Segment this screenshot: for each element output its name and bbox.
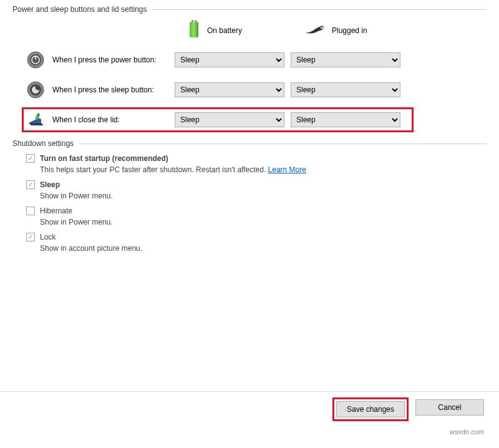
columns-header: On battery Plugged in [187, 20, 487, 41]
footer: Save changes Cancel [0, 391, 499, 419]
plug-icon [303, 24, 326, 37]
fast-startup-title: Turn on fast startup (recommended) [40, 154, 168, 163]
row-power-label: When I press the power button: [52, 56, 175, 64]
power-button-battery-select[interactable]: Sleep [175, 52, 284, 67]
row-power-button: When I press the power button: Sleep Sle… [12, 49, 487, 71]
row-lid-label: When I close the lid: [52, 115, 175, 124]
fast-startup-checkbox[interactable]: ✓ [26, 154, 35, 163]
hibernate-desc: Show in Power menu. [40, 218, 487, 226]
lid-battery-select[interactable]: Sleep [175, 112, 284, 127]
hibernate-checkbox[interactable] [26, 207, 35, 215]
row-close-lid: When I close the lid: Sleep Sleep [24, 109, 412, 130]
col-plugged-label: Plugged in [332, 26, 367, 35]
sleep-desc: Show in Power menu. [40, 192, 487, 200]
power-button-plugged-select[interactable]: Sleep [291, 52, 400, 67]
lock-item: ✓ Lock Show in account picture menu. [26, 233, 487, 253]
sleep-button-plugged-select[interactable]: Sleep [291, 82, 400, 97]
power-button-icon [26, 51, 45, 69]
col-battery-label: On battery [207, 26, 242, 35]
section-title-power: Power and sleep buttons and lid settings [12, 5, 487, 14]
row-sleep-label: When I press the sleep button: [52, 85, 175, 94]
hibernate-item: Hibernate Show in Power menu. [26, 207, 487, 226]
sleep-button-battery-select[interactable]: Sleep [175, 82, 284, 97]
sleep-item: ✓ Sleep Show in Power menu. [26, 180, 487, 200]
cancel-button[interactable]: Cancel [415, 399, 484, 416]
fast-startup-item: ✓ Turn on fast startup (recommended) Thi… [26, 154, 487, 174]
battery-icon [187, 20, 201, 41]
section-title-shutdown: Shutdown settings [12, 139, 487, 148]
lock-checkbox[interactable]: ✓ [26, 233, 35, 241]
sleep-title: Sleep [40, 180, 60, 189]
learn-more-link[interactable]: Learn More [268, 165, 306, 174]
lock-desc: Show in account picture menu. [40, 244, 487, 253]
watermark: wsxdn.com [450, 428, 484, 436]
fast-startup-desc: This helps start your PC faster after sh… [40, 165, 487, 174]
lid-plugged-select[interactable]: Sleep [291, 112, 400, 127]
lid-icon [26, 110, 45, 129]
row-sleep-button: When I press the sleep button: Sleep Sle… [12, 79, 487, 100]
hibernate-title: Hibernate [40, 207, 72, 215]
lock-title: Lock [40, 233, 56, 241]
sleep-button-icon [26, 80, 45, 99]
svg-rect-0 [191, 20, 193, 22]
svg-rect-1 [195, 20, 196, 22]
sleep-checkbox[interactable]: ✓ [26, 180, 35, 189]
svg-rect-2 [190, 22, 198, 37]
svg-rect-3 [321, 27, 324, 29]
save-button[interactable]: Save changes [336, 401, 405, 417]
